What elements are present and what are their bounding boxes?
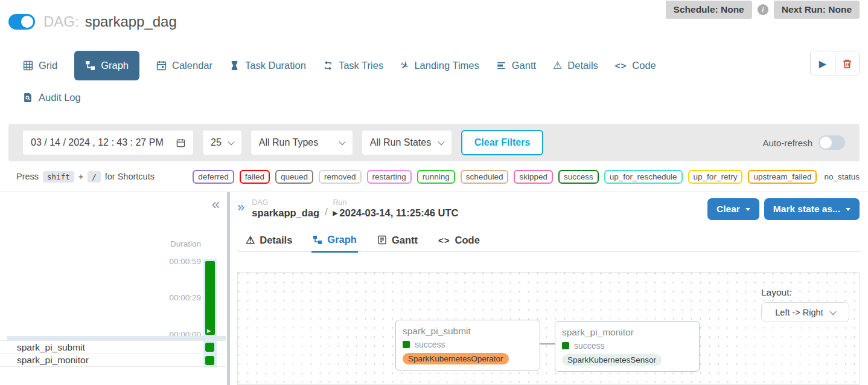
- breadcrumb-run[interactable]: Run ▶2024-03-14, 11:25:46 UTC: [333, 198, 459, 219]
- tab-details[interactable]: ⚠ Details: [553, 60, 598, 71]
- dag-label: DAG:: [43, 13, 79, 30]
- legend-row: Press shift + / for Shortcuts deferred f…: [0, 161, 868, 192]
- graph-node-spark-pi-monitor[interactable]: spark_pi_monitor success SparkKubernetes…: [555, 321, 700, 372]
- airflow-dag-page: DAG: sparkapp_dag Schedule: None i Next …: [0, 0, 868, 385]
- double-chevron-right-icon[interactable]: »: [237, 201, 244, 214]
- tab-label: Code: [632, 60, 656, 71]
- dag-nav-tabs-row2: Audit Log: [23, 85, 860, 111]
- rows-cap: [7, 336, 226, 340]
- mark-state-label: Mark state as...: [773, 204, 840, 215]
- run-types-select[interactable]: All Run Types: [251, 131, 353, 155]
- task-row[interactable]: spark_pi_monitor: [0, 354, 226, 367]
- tab-label: Landing Times: [414, 60, 479, 71]
- dag-run-duration-bar[interactable]: ▶: [205, 261, 215, 335]
- clear-button[interactable]: Clear: [707, 198, 759, 220]
- breadcrumb-dag[interactable]: DAG sparkapp_dag: [252, 198, 319, 219]
- base-date-input[interactable]: 03 / 14 / 2024 , 12 : 43 : 27 PM: [23, 131, 193, 155]
- status-badge: upstream_failed: [748, 170, 817, 184]
- shift-key: shift: [43, 171, 74, 183]
- task-name: spark_pi_submit: [17, 342, 85, 353]
- tab-label: Graph: [101, 60, 129, 71]
- task-instance-square[interactable]: [205, 343, 214, 352]
- task-rows: spark_pi_submit spark_pi_monitor: [0, 340, 226, 367]
- collapse-left-icon[interactable]: «: [212, 197, 220, 212]
- clear-filters-button[interactable]: Clear Filters: [461, 130, 543, 155]
- info-icon[interactable]: i: [758, 4, 768, 15]
- tab-calendar[interactable]: Calendar: [156, 60, 212, 71]
- tab-code[interactable]: <> Code: [615, 60, 656, 71]
- repeat-icon: [323, 60, 333, 71]
- tab-label: Gantt: [512, 60, 536, 71]
- run-tab-gantt[interactable]: Gantt: [376, 228, 419, 251]
- auto-refresh-toggle[interactable]: [819, 135, 845, 150]
- tab-label: Calendar: [172, 60, 212, 71]
- run-states-select[interactable]: All Run States: [362, 131, 452, 155]
- run-header: » DAG sparkapp_dag / Run ▶2024-03-14, 11…: [237, 198, 860, 220]
- tab-label: Audit Log: [39, 92, 81, 103]
- breadcrumb-value: ▶2024-03-14, 11:25:46 UTC: [333, 207, 459, 219]
- filter-bar: 03 / 14 / 2024 , 12 : 43 : 27 PM 25 All …: [8, 124, 860, 161]
- tab-graph[interactable]: Graph: [74, 51, 139, 80]
- warning-icon: ⚠: [246, 235, 255, 245]
- panel-resize-handle[interactable]: [226, 192, 231, 385]
- schedule-badge: Schedule: None: [666, 1, 752, 19]
- run-actions: Clear Mark state as...: [707, 198, 860, 220]
- breadcrumb-label: Run: [333, 198, 459, 207]
- tab-label: Details: [260, 235, 292, 246]
- task-edge: [540, 343, 555, 345]
- chevron-down-icon: [745, 208, 750, 211]
- chevron-down-icon: [438, 138, 444, 145]
- graph-icon: [313, 235, 322, 245]
- mark-state-button[interactable]: Mark state as...: [764, 198, 860, 220]
- run-detail-panel: » DAG sparkapp_dag / Run ▶2024-03-14, 11…: [231, 192, 868, 385]
- status-badge: queued: [275, 170, 313, 184]
- status-badge: success: [558, 170, 599, 184]
- graph-node-spark-pi-submit[interactable]: spark_pi_submit success SparkKubernetesO…: [395, 320, 540, 370]
- node-title: spark_pi_monitor: [562, 327, 692, 338]
- manual-run-icon: ▶: [207, 329, 211, 334]
- page-size-select[interactable]: 25: [203, 131, 241, 155]
- layout-label: Layout:: [761, 287, 849, 298]
- base-date-value: 03 / 14 / 2024 , 12 : 43 : 27 PM: [31, 137, 164, 148]
- tab-task-tries[interactable]: Task Tries: [323, 60, 383, 71]
- breadcrumb: DAG sparkapp_dag / Run ▶2024-03-14, 11:2…: [252, 198, 458, 219]
- play-icon: ▶: [819, 58, 826, 70]
- task-row[interactable]: spark_pi_submit: [0, 340, 226, 354]
- tab-task-duration[interactable]: Task Duration: [229, 60, 306, 71]
- tab-landing-times[interactable]: ✈ Landing Times: [400, 59, 479, 72]
- duration-axis-label: Duration: [170, 239, 201, 248]
- task-instance-square[interactable]: [205, 356, 214, 365]
- toggle-knob: [820, 137, 832, 149]
- run-tab-code[interactable]: <> Code: [437, 228, 481, 251]
- delete-dag-button[interactable]: [835, 51, 859, 76]
- gantt-doc-icon: [377, 235, 387, 245]
- tab-label: Task Tries: [339, 60, 383, 71]
- tab-gantt[interactable]: Gantt: [496, 60, 536, 71]
- node-title: spark_pi_submit: [403, 326, 533, 337]
- graph-canvas[interactable]: Layout: Left -> Right spark_pi_submit su…: [237, 272, 860, 385]
- tab-grid[interactable]: Grid: [23, 60, 57, 71]
- node-state: success: [403, 340, 533, 349]
- task-name: spark_pi_monitor: [17, 355, 89, 366]
- graph-icon: [85, 60, 95, 71]
- status-badge: up_for_reschedule: [604, 170, 683, 184]
- trigger-dag-button[interactable]: ▶: [811, 51, 835, 76]
- shortcut-text: +: [78, 172, 83, 181]
- status-badge: scheduled: [461, 170, 509, 184]
- status-badge: restarting: [367, 170, 412, 184]
- tab-audit-log[interactable]: Audit Log: [23, 92, 81, 103]
- auto-refresh-control: Auto-refresh: [762, 135, 845, 150]
- grid-panel: « Duration 00:00:59 00:00:29 00:00:00 ▶ …: [0, 192, 226, 385]
- run-tab-graph[interactable]: Graph: [311, 228, 358, 253]
- plane-landing-icon: ✈: [398, 58, 411, 73]
- page-size-value: 25: [211, 137, 222, 148]
- chevron-down-icon: [339, 138, 345, 145]
- dag-pause-toggle[interactable]: [8, 14, 35, 30]
- header-badges: Schedule: None i Next Run: None: [666, 1, 860, 19]
- tab-label: Grid: [39, 60, 57, 71]
- run-tab-details[interactable]: ⚠ Details: [244, 228, 293, 251]
- layout-select[interactable]: Left -> Right: [761, 302, 849, 322]
- breadcrumb-value: sparkapp_dag: [252, 207, 319, 219]
- status-text: success: [415, 340, 445, 349]
- shortcut-hint: Press shift + / for Shortcuts: [16, 171, 155, 183]
